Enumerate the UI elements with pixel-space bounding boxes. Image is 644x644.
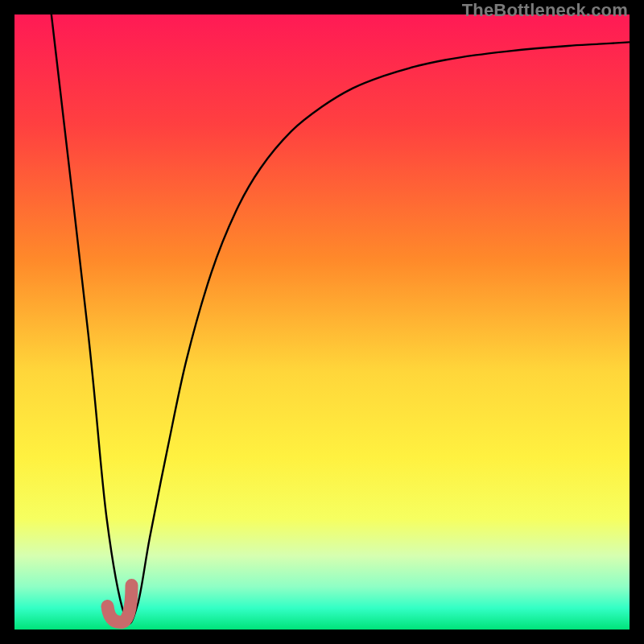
chart-svg: [14, 14, 630, 630]
watermark-text: TheBottleneck.com: [462, 0, 628, 21]
plot-area: [14, 14, 630, 630]
chart-frame: TheBottleneck.com: [0, 0, 644, 644]
